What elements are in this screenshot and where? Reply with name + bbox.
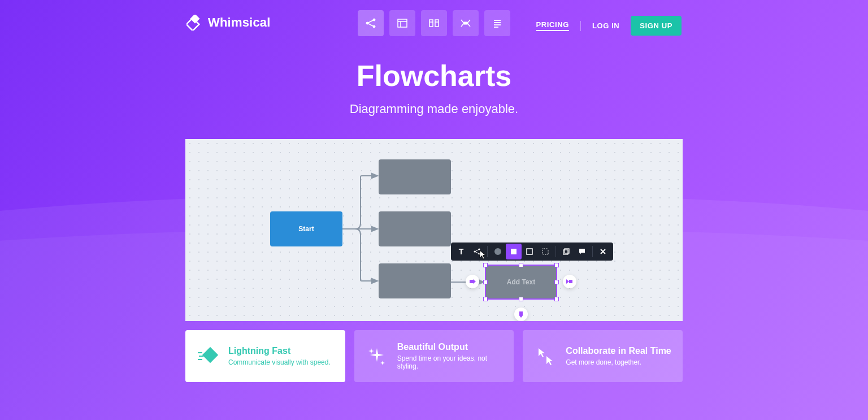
svg-rect-29	[569, 280, 572, 283]
selected-node[interactable]: Add Text	[485, 265, 557, 300]
close-icon[interactable]	[595, 244, 611, 259]
feature-title: Collaborate in Real Time	[566, 346, 671, 356]
feature-beautiful-output[interactable]: Beautiful Output Spend time on your idea…	[354, 330, 514, 382]
svg-rect-5	[398, 19, 407, 27]
nav-flowchart-icon[interactable]	[358, 10, 384, 36]
svg-rect-37	[511, 249, 517, 254]
svg-point-36	[494, 248, 501, 255]
resize-handle[interactable]	[483, 297, 488, 301]
connection-handle[interactable]	[563, 275, 576, 288]
page-title: Flowcharts	[0, 59, 868, 93]
nav-mindmap-icon[interactable]	[453, 10, 479, 36]
svg-line-13	[461, 20, 464, 23]
page-subtitle: Diagramming made enjoyable.	[0, 102, 868, 116]
demo-canvas[interactable]: Start Add Text T	[185, 139, 683, 321]
svg-rect-9	[435, 20, 439, 27]
resize-handle[interactable]	[554, 280, 559, 284]
copy-icon[interactable]	[558, 244, 574, 259]
feature-title: Lightning Fast	[228, 346, 331, 356]
svg-rect-8	[429, 20, 433, 27]
svg-marker-31	[519, 315, 523, 318]
resize-handle[interactable]	[519, 297, 523, 301]
feature-desc: Communicate visually with speed.	[228, 358, 331, 366]
comment-icon[interactable]	[574, 244, 590, 259]
resize-handle[interactable]	[554, 297, 559, 301]
svg-rect-41	[565, 249, 569, 253]
svg-line-15	[467, 20, 470, 23]
nav-sticky-icon[interactable]	[421, 10, 447, 36]
svg-line-16	[467, 23, 470, 27]
connection-handle[interactable]	[514, 308, 528, 321]
sparkle-icon	[366, 345, 388, 367]
svg-rect-39	[542, 249, 548, 254]
svg-line-14	[461, 23, 464, 27]
nav-wireframe-icon[interactable]	[389, 10, 415, 36]
connection-handle[interactable]	[466, 275, 479, 288]
divider	[580, 21, 581, 31]
fill-outline-icon[interactable]	[522, 244, 537, 259]
svg-rect-30	[519, 311, 523, 315]
logo-text: Whimsical	[208, 15, 271, 30]
hero: Flowcharts Diagramming made enjoyable.	[0, 59, 868, 116]
text-tool-icon[interactable]: T	[453, 244, 469, 259]
svg-marker-27	[473, 279, 476, 284]
resize-handle[interactable]	[554, 263, 559, 267]
node[interactable]	[379, 159, 451, 194]
resize-handle[interactable]	[519, 263, 523, 267]
login-link[interactable]: LOG IN	[592, 21, 619, 30]
svg-text:T: T	[459, 248, 464, 256]
feature-title: Beautiful Output	[397, 342, 503, 352]
svg-rect-40	[563, 250, 568, 254]
feature-collaborate[interactable]: Collaborate in Real Time Get more done, …	[523, 330, 683, 382]
border-style-icon[interactable]	[537, 244, 553, 259]
feature-desc: Spend time on your ideas, not styling.	[397, 354, 503, 370]
resize-handle[interactable]	[483, 280, 488, 284]
svg-rect-38	[527, 249, 532, 254]
connector-tool-icon[interactable]	[469, 244, 485, 259]
svg-marker-28	[566, 279, 569, 284]
lightning-icon	[197, 345, 219, 367]
product-nav	[358, 10, 510, 36]
placeholder-text: Add Text	[507, 278, 535, 286]
svg-marker-21	[372, 174, 377, 178]
svg-rect-45	[202, 347, 218, 363]
svg-rect-12	[464, 22, 467, 24]
svg-marker-22	[372, 227, 377, 231]
node[interactable]	[379, 211, 451, 246]
node[interactable]	[379, 263, 451, 298]
logo[interactable]: Whimsical	[186, 15, 271, 31]
context-toolbar: T	[451, 243, 613, 261]
nav-docs-icon[interactable]	[484, 10, 510, 36]
svg-rect-26	[470, 280, 473, 283]
color-icon[interactable]	[490, 244, 506, 259]
feature-cards: Lightning Fast Communicate visually with…	[185, 330, 683, 382]
pricing-link[interactable]: PRICING	[536, 20, 569, 31]
fill-solid-icon[interactable]	[506, 244, 522, 259]
feature-desc: Get more done, together.	[566, 358, 671, 366]
start-node[interactable]: Start	[270, 211, 342, 246]
resize-handle[interactable]	[483, 263, 488, 267]
header-links: PRICING LOG IN SIGN UP	[536, 16, 682, 36]
cursors-icon	[534, 345, 557, 367]
feature-lightning-fast[interactable]: Lightning Fast Communicate visually with…	[185, 330, 345, 382]
signup-button[interactable]: SIGN UP	[631, 16, 682, 36]
svg-marker-23	[372, 279, 377, 283]
